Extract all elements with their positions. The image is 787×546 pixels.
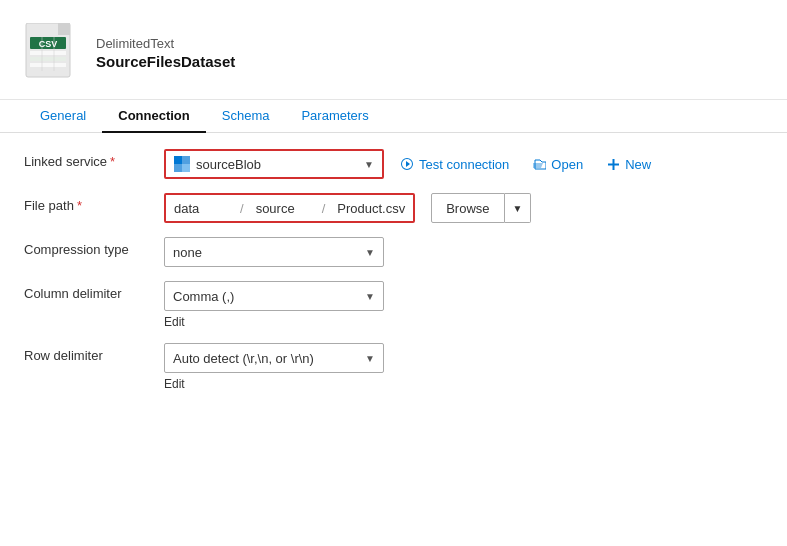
linked-service-arrow: ▼ <box>364 159 374 170</box>
browse-dropdown-button[interactable]: ▼ <box>505 193 532 223</box>
file-path-required-star: * <box>77 198 82 213</box>
linked-service-controls: sourceBlob ▼ Test connection Open <box>164 149 763 179</box>
tab-parameters[interactable]: Parameters <box>285 100 384 133</box>
linked-service-label: Linked service * <box>24 149 164 169</box>
svg-rect-10 <box>174 156 182 164</box>
column-delimiter-edit[interactable]: Edit <box>164 315 185 329</box>
browse-btn-group: Browse ▼ <box>431 193 531 223</box>
new-btn[interactable]: New <box>599 153 659 176</box>
linked-service-row: Linked service * sourceBlob ▼ <box>24 149 763 179</box>
compression-type-label: Compression type <box>24 237 164 257</box>
compression-type-arrow: ▼ <box>365 247 375 258</box>
svg-rect-5 <box>30 51 66 55</box>
column-delimiter-select[interactable]: Comma (,) ▼ <box>164 281 384 311</box>
column-delimiter-arrow: ▼ <box>365 291 375 302</box>
form-area: Linked service * sourceBlob ▼ <box>0 133 787 546</box>
row-delimiter-edit[interactable]: Edit <box>164 377 185 391</box>
svg-rect-11 <box>182 156 190 164</box>
csv-icon: CSV <box>24 23 80 83</box>
compression-type-row: Compression type none ▼ <box>24 237 763 267</box>
compression-type-controls: none ▼ <box>164 237 763 267</box>
open-btn[interactable]: Open <box>525 153 591 176</box>
row-delimiter-label: Row delimiter <box>24 343 164 363</box>
compression-type-value: none <box>173 245 361 260</box>
dataset-name: SourceFilesDataset <box>96 53 235 70</box>
header-text: DelimitedText SourceFilesDataset <box>96 36 235 70</box>
main-container: CSV DelimitedText SourceFilesDataset Gen… <box>0 0 787 546</box>
file-path-seg2[interactable]: source <box>248 195 318 221</box>
linked-service-dropdown[interactable]: sourceBlob ▼ <box>164 149 384 179</box>
file-path-sep2: / <box>318 201 330 216</box>
column-delimiter-label: Column delimiter <box>24 281 164 301</box>
file-path-row: File path * data / source / Product.csv <box>24 193 763 223</box>
required-star: * <box>110 154 115 169</box>
column-delimiter-row: Column delimiter Comma (,) ▼ Edit <box>24 281 763 329</box>
svg-rect-2 <box>58 23 70 35</box>
browse-button[interactable]: Browse <box>431 193 504 223</box>
svg-rect-6 <box>30 57 66 61</box>
test-connection-icon <box>400 157 414 171</box>
tab-schema[interactable]: Schema <box>206 100 286 133</box>
svg-text:CSV: CSV <box>39 39 58 49</box>
file-path-seg1[interactable]: data <box>166 195 236 221</box>
row-delimiter-arrow: ▼ <box>365 353 375 364</box>
svg-rect-13 <box>182 164 190 172</box>
row-delimiter-select[interactable]: Auto detect (\r,\n, or \r\n) ▼ <box>164 343 384 373</box>
column-delimiter-controls: Comma (,) ▼ Edit <box>164 281 763 329</box>
compression-type-select[interactable]: none ▼ <box>164 237 384 267</box>
test-connection-btn[interactable]: Test connection <box>392 153 517 176</box>
row-delimiter-value: Auto detect (\r,\n, or \r\n) <box>173 351 361 366</box>
row-delimiter-controls: Auto detect (\r,\n, or \r\n) ▼ Edit <box>164 343 763 391</box>
column-delimiter-value: Comma (,) <box>173 289 361 304</box>
file-path-label: File path * <box>24 193 164 213</box>
file-path-controls: data / source / Product.csv Browse ▼ <box>164 193 763 223</box>
tab-connection[interactable]: Connection <box>102 100 206 133</box>
dataset-type: DelimitedText <box>96 36 235 51</box>
svg-rect-7 <box>30 63 66 67</box>
linked-service-value: sourceBlob <box>196 157 358 172</box>
row-delimiter-row: Row delimiter Auto detect (\r,\n, or \r\… <box>24 343 763 391</box>
open-icon <box>533 158 546 171</box>
tab-general[interactable]: General <box>24 100 102 133</box>
file-path-seg3[interactable]: Product.csv <box>329 195 413 221</box>
header-area: CSV DelimitedText SourceFilesDataset <box>0 0 787 100</box>
tabs-bar: General Connection Schema Parameters <box>0 100 787 133</box>
blob-icon <box>174 156 190 172</box>
new-icon <box>607 158 620 171</box>
file-path-sep1: / <box>236 201 248 216</box>
file-path-group: data / source / Product.csv <box>164 193 415 223</box>
svg-rect-12 <box>174 164 182 172</box>
